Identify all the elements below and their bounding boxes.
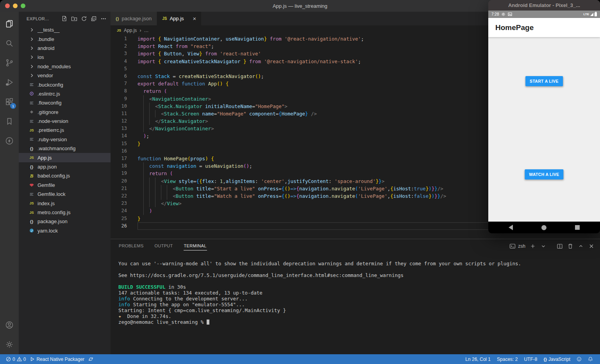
sync-status[interactable] <box>86 357 95 362</box>
split-terminal-icon[interactable] <box>557 243 563 249</box>
eslint-icon <box>29 91 34 96</box>
line-number: 13 <box>111 125 127 132</box>
file-row-vendor[interactable]: vendor <box>19 71 111 80</box>
image-icon <box>508 12 512 16</box>
gear-icon <box>501 12 505 16</box>
shell-selector[interactable]: zsh <box>509 243 525 249</box>
terminal-line: zego@nemomac live_streaming % <box>118 319 600 325</box>
terminal-icon <box>509 243 516 249</box>
minimize-window-button[interactable] <box>13 4 18 8</box>
maximize-panel-icon[interactable] <box>578 243 584 249</box>
tab-output[interactable]: OUTPUT <box>154 241 173 250</box>
new-file-icon[interactable] <box>61 16 68 22</box>
new-terminal-icon[interactable] <box>530 243 536 249</box>
android-recents-button[interactable] <box>575 225 580 230</box>
line-number: 24 <box>111 207 127 215</box>
android-nav-bar <box>488 222 600 233</box>
file-row-.prettierrc.js[interactable]: JS.prettierrc.js <box>19 126 111 135</box>
extensions-icon[interactable]: 1 <box>0 92 19 112</box>
file-row-app.json[interactable]: {}app.json <box>19 162 111 171</box>
chevron-right-icon <box>29 27 35 33</box>
js-file-icon: JS <box>162 16 167 21</box>
close-tab-icon[interactable]: × <box>193 16 196 21</box>
panel-actions: zsh <box>509 243 595 249</box>
line-number: 10 <box>111 103 127 110</box>
emulator-title[interactable]: Android Emulator - Pixel_3_... <box>488 0 600 11</box>
tab-app-js[interactable]: JS App.js × <box>157 12 202 25</box>
chevron-down-icon[interactable] <box>540 243 546 249</box>
file-row-metro.config.js[interactable]: JSmetro.config.js <box>19 208 111 217</box>
file-row-Gemfile.lock[interactable]: Gemfile.lock <box>19 190 111 199</box>
close-panel-icon[interactable] <box>588 243 595 249</box>
packager-label: React Native Packager <box>36 357 84 362</box>
language-mode[interactable]: {} JavaScript <box>540 357 573 362</box>
file-row-Gemfile[interactable]: Gemfile <box>19 181 111 190</box>
file-row-babel.config.js[interactable]: Bbabel.config.js <box>19 171 111 180</box>
collapse-all-icon[interactable] <box>91 16 97 22</box>
refresh-icon[interactable] <box>81 16 87 22</box>
file-row-.watchmanconfig[interactable]: {}.watchmanconfig <box>19 144 111 153</box>
indentation[interactable]: Spaces: 2 <box>494 357 521 362</box>
tab-problems[interactable]: PROBLEMS <box>118 241 144 250</box>
problems-status[interactable]: 0 0 <box>4 357 28 362</box>
android-home-button[interactable] <box>541 225 546 230</box>
bookmarks-icon[interactable] <box>0 112 19 131</box>
file-row-node_modules[interactable]: node_modules <box>19 62 111 71</box>
chevron-right-icon <box>29 64 35 69</box>
file-row-.node-version[interactable]: .node-version <box>19 117 111 126</box>
file-row-yarn.lock[interactable]: yarn.lock <box>19 226 111 235</box>
file-row-.gitignore[interactable]: .gitignore <box>19 108 111 117</box>
breadcrumb-file[interactable]: App.js <box>124 28 137 33</box>
terminal-output[interactable]: You can use '--warning-mode all' to show… <box>111 253 600 354</box>
file-row-__tests__[interactable]: __tests__ <box>19 25 111 34</box>
zoom-window-button[interactable] <box>21 4 25 8</box>
cursor-position[interactable]: Ln 26, Col 1 <box>462 357 494 362</box>
file-row-.ruby-version[interactable]: .ruby-version <box>19 135 111 144</box>
line-number: 2 <box>111 43 127 50</box>
search-icon[interactable] <box>0 34 19 53</box>
explorer-icon[interactable] <box>0 14 19 34</box>
source-control-icon[interactable] <box>0 53 19 73</box>
network-label: LTE <box>583 12 589 16</box>
file-row-android[interactable]: android <box>19 44 111 53</box>
activity-bar: 1 <box>0 12 19 354</box>
warning-count: 0 <box>23 357 26 362</box>
file-row-ios[interactable]: ios <box>19 53 111 62</box>
new-folder-icon[interactable] <box>71 16 77 22</box>
file-name: .eslintrc.js <box>38 91 60 97</box>
file-row-package.json[interactable]: {}package.json <box>19 217 111 226</box>
terminal-line <box>118 266 600 272</box>
json-file-icon: {} <box>30 219 34 224</box>
account-icon[interactable] <box>0 315 19 335</box>
packager-status[interactable]: React Native Packager <box>28 357 86 362</box>
start-a-live-button[interactable]: START A LIVE <box>525 76 563 86</box>
encoding[interactable]: UTF-8 <box>521 357 540 362</box>
file-row-.bundle[interactable]: .bundle <box>19 34 111 43</box>
lightning-icon[interactable] <box>0 131 19 151</box>
close-window-button[interactable] <box>5 4 10 8</box>
feedback-smiley[interactable] <box>573 357 585 362</box>
file-row-.eslintrc.js[interactable]: .eslintrc.js <box>19 89 111 98</box>
traffic-lights <box>0 4 25 8</box>
line-number: 12 <box>111 117 127 125</box>
file-tree[interactable]: __tests__.bundleandroidiosnode_modulesve… <box>19 25 111 354</box>
yarn-icon <box>29 228 34 233</box>
android-back-button[interactable] <box>509 225 513 230</box>
gem-icon <box>29 182 34 188</box>
tab-terminal[interactable]: TERMINAL <box>184 241 207 250</box>
more-actions-icon[interactable] <box>100 16 107 22</box>
file-row-App.js[interactable]: JSApp.js <box>19 153 111 162</box>
gitignore-icon <box>29 109 34 115</box>
watch-a-live-button[interactable]: WATCH A LIVE <box>525 169 563 179</box>
file-row-index.js[interactable]: JSindex.js <box>19 199 111 208</box>
breadcrumb-more[interactable]: … <box>144 28 148 33</box>
settings-gear-icon[interactable] <box>0 335 19 354</box>
file-row-.buckconfig[interactable]: .buckconfig <box>19 80 111 89</box>
run-debug-icon[interactable] <box>0 73 19 92</box>
tab-package-json[interactable]: {} package.json <box>111 12 157 25</box>
notifications[interactable] <box>585 357 596 362</box>
file-row-.flowconfig[interactable]: .flowconfig <box>19 98 111 107</box>
kill-terminal-icon[interactable] <box>567 243 573 249</box>
signal-icon <box>590 13 593 16</box>
file-name: .gitignore <box>38 109 58 115</box>
